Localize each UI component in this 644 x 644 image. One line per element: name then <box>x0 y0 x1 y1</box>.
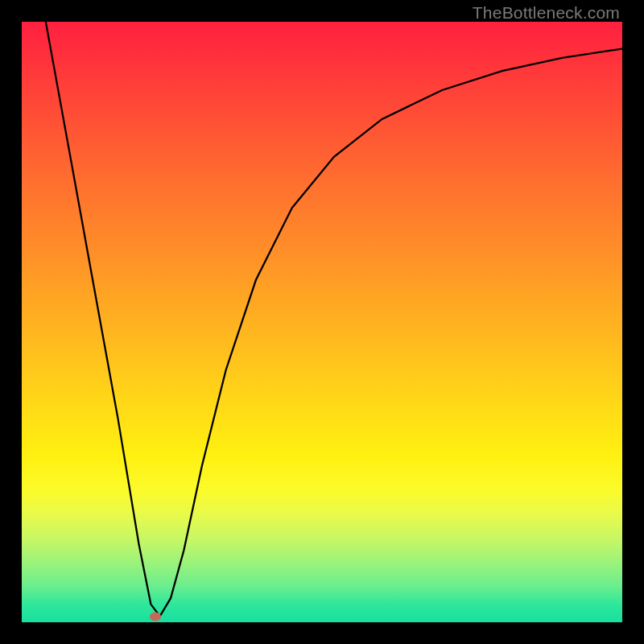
plot-area <box>22 22 622 622</box>
curve-path <box>46 22 622 617</box>
curve-svg <box>22 22 622 622</box>
watermark-text: TheBottleneck.com <box>473 3 620 23</box>
marker-dot <box>150 613 161 621</box>
